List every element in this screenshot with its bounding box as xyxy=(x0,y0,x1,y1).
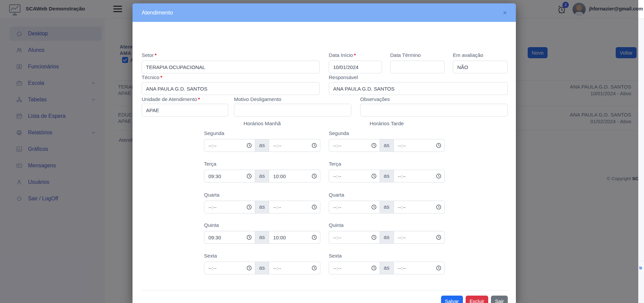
time-input-sexta-tarde-inicio[interactable] xyxy=(329,262,380,274)
time-separator: as xyxy=(255,139,269,152)
time-input-quarta-tarde-inicio[interactable] xyxy=(329,201,380,213)
horarios-manha-heading: Horários Manhã xyxy=(204,121,320,127)
time-range-quarta-manha: as xyxy=(204,201,320,213)
salvar-button[interactable]: Salvar xyxy=(441,296,463,303)
day-label-sexta: Sexta xyxy=(329,253,342,259)
close-icon[interactable]: × xyxy=(503,9,507,16)
time-input-segunda-tarde-inicio[interactable] xyxy=(329,139,380,152)
time-range-quinta-tarde: as xyxy=(329,231,445,244)
tecnico-label: Técnico* xyxy=(142,74,162,80)
time-range-sexta-manha: as xyxy=(204,262,320,274)
excluir-button[interactable]: Excluir xyxy=(466,296,489,303)
modal-footer: Salvar Excluir Sair xyxy=(142,296,508,303)
required-marker: * xyxy=(354,52,356,58)
time-input-terca-manha-inicio[interactable] xyxy=(204,170,255,182)
time-range-terca-tarde: as xyxy=(329,170,445,182)
modal-body: Setor* Data Início* Data Término Em aval… xyxy=(133,22,516,303)
day-label-terca: Terça xyxy=(329,161,341,167)
atendimento-modal: Atendimento × Setor* Data Início* Data T… xyxy=(133,3,516,303)
modal-title: Atendimento xyxy=(142,9,173,16)
tecnico-input[interactable] xyxy=(142,82,320,95)
time-range-quarta-tarde: as xyxy=(329,201,445,213)
time-range-sexta-tarde: as xyxy=(329,262,445,274)
time-input-quinta-manha-inicio[interactable] xyxy=(204,231,255,244)
time-separator: as xyxy=(380,201,394,213)
unidade-label: Unidade de Atendimento* xyxy=(142,96,200,102)
scrollbar-track[interactable]: b xyxy=(638,19,644,303)
time-separator: as xyxy=(380,231,394,244)
sair-button[interactable]: Sair xyxy=(491,296,508,303)
time-separator: as xyxy=(380,262,394,274)
time-separator: as xyxy=(255,170,269,182)
required-marker: * xyxy=(155,52,157,58)
day-label-segunda: Segunda xyxy=(329,130,349,136)
day-label-quarta: Quarta xyxy=(204,192,219,198)
time-input-quinta-manha-fim[interactable] xyxy=(269,231,320,244)
time-separator: as xyxy=(255,262,269,274)
time-range-terca-manha: as xyxy=(204,170,320,182)
motivo-input[interactable] xyxy=(234,104,351,116)
time-input-terca-tarde-inicio[interactable] xyxy=(329,170,380,182)
day-label-quinta: Quinta xyxy=(204,222,219,228)
footer-text-fragment: b xyxy=(639,265,642,270)
motivo-label: Motivo Desligamento xyxy=(234,96,281,102)
time-input-quinta-tarde-inicio[interactable] xyxy=(329,231,380,244)
horarios-tarde-heading: Horários Tarde xyxy=(329,121,445,127)
time-input-quarta-manha-fim[interactable] xyxy=(269,201,320,213)
time-separator: as xyxy=(255,201,269,213)
time-input-quarta-tarde-fim[interactable] xyxy=(394,201,445,213)
time-input-sexta-tarde-fim[interactable] xyxy=(394,262,445,274)
unidade-input[interactable] xyxy=(142,104,228,116)
required-marker: * xyxy=(160,74,163,80)
setor-input[interactable] xyxy=(142,61,320,73)
time-input-terca-tarde-fim[interactable] xyxy=(394,170,445,182)
observacoes-input[interactable] xyxy=(360,104,508,116)
time-separator: as xyxy=(255,231,269,244)
time-separator: as xyxy=(380,139,394,152)
divider xyxy=(638,261,644,261)
day-label-sexta: Sexta xyxy=(204,253,217,259)
day-label-terca: Terça xyxy=(204,161,216,167)
em-avaliacao-input[interactable] xyxy=(453,61,508,73)
responsavel-input[interactable] xyxy=(329,82,508,95)
em-avaliacao-label: Em avaliação xyxy=(453,52,483,58)
time-separator: as xyxy=(380,170,394,182)
time-input-sexta-manha-inicio[interactable] xyxy=(204,262,255,274)
time-range-segunda-manha: as xyxy=(204,139,320,152)
data-inicio-label: Data Início* xyxy=(329,52,356,58)
data-inicio-input[interactable] xyxy=(329,61,382,73)
day-label-quarta: Quarta xyxy=(329,192,344,198)
time-input-quinta-tarde-fim[interactable] xyxy=(394,231,445,244)
time-input-segunda-tarde-fim[interactable] xyxy=(394,139,445,152)
divider xyxy=(142,290,508,291)
time-input-sexta-manha-fim[interactable] xyxy=(269,262,320,274)
time-range-segunda-tarde: as xyxy=(329,139,445,152)
time-input-segunda-manha-inicio[interactable] xyxy=(204,139,255,152)
modal-header: Atendimento × xyxy=(133,3,516,22)
observacoes-label: Observações xyxy=(360,96,390,102)
setor-label: Setor* xyxy=(142,52,157,58)
day-label-segunda: Segunda xyxy=(204,130,224,136)
data-termino-label: Data Término xyxy=(390,52,421,58)
data-termino-input[interactable] xyxy=(390,61,445,73)
day-label-quinta: Quinta xyxy=(329,222,344,228)
time-input-quarta-manha-inicio[interactable] xyxy=(204,201,255,213)
required-marker: * xyxy=(198,96,200,102)
time-range-quinta-manha: as xyxy=(204,231,320,244)
time-input-segunda-manha-fim[interactable] xyxy=(269,139,320,152)
responsavel-label: Responsável xyxy=(329,74,358,80)
time-input-terca-manha-fim[interactable] xyxy=(269,170,320,182)
